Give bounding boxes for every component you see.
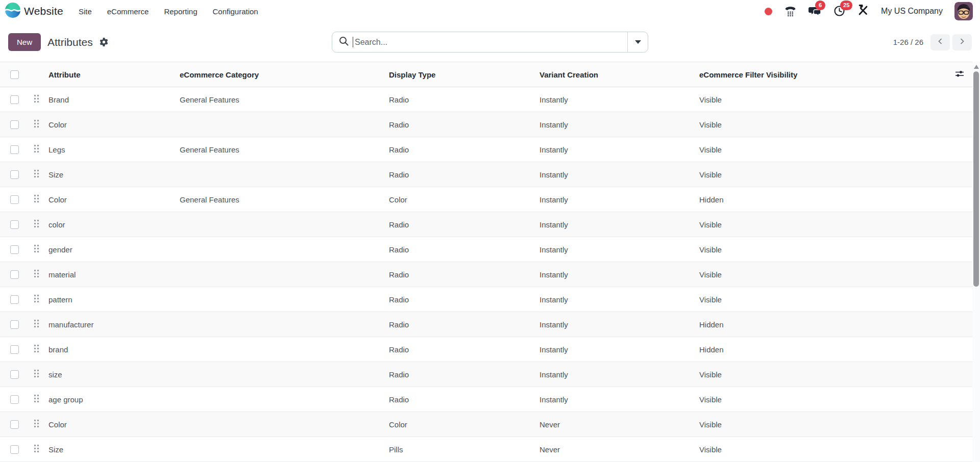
table-row[interactable]: pattern Radio Instantly Visible [0, 287, 980, 312]
row-checkbox[interactable] [10, 170, 19, 179]
cell-filter-visibility[interactable]: Visible [699, 262, 948, 287]
drag-handle-icon[interactable] [34, 419, 39, 428]
cell-ecommerce-category[interactable] [180, 112, 389, 137]
cell-variant-creation[interactable]: Instantly [540, 137, 699, 162]
cell-ecommerce-category[interactable] [180, 387, 389, 412]
row-select-cell[interactable] [0, 437, 29, 462]
row-checkbox[interactable] [10, 345, 19, 354]
drag-handle-icon[interactable] [34, 269, 39, 278]
table-row[interactable]: Color General Features Color Instantly H… [0, 187, 980, 212]
cell-display-type[interactable]: Radio [389, 337, 540, 362]
cell-display-type[interactable]: Radio [389, 87, 540, 112]
user-avatar[interactable] [954, 2, 973, 20]
table-row[interactable]: color Radio Instantly Visible [0, 212, 980, 237]
row-select-cell[interactable] [0, 312, 29, 337]
cell-variant-creation[interactable]: Instantly [540, 287, 699, 312]
cell-variant-creation[interactable]: Instantly [540, 237, 699, 262]
cell-ecommerce-category[interactable] [180, 362, 389, 387]
cell-filter-visibility[interactable]: Visible [699, 362, 948, 387]
cell-attribute[interactable]: brand [48, 337, 180, 362]
row-select-cell[interactable] [0, 262, 29, 287]
row-checkbox[interactable] [10, 120, 19, 129]
table-row[interactable]: size Radio Instantly Visible [0, 362, 980, 387]
cell-variant-creation[interactable]: Instantly [540, 212, 699, 237]
cell-variant-creation[interactable]: Instantly [540, 312, 699, 337]
cell-display-type[interactable]: Radio [389, 212, 540, 237]
cell-ecommerce-category[interactable] [180, 237, 389, 262]
cell-variant-creation[interactable]: Instantly [540, 162, 699, 187]
cell-filter-visibility[interactable]: Visible [699, 287, 948, 312]
cell-filter-visibility[interactable]: Visible [699, 237, 948, 262]
drag-handle-icon[interactable] [34, 344, 39, 353]
cell-filter-visibility[interactable]: Visible [699, 212, 948, 237]
cell-filter-visibility[interactable]: Visible [699, 437, 948, 462]
drag-handle-icon[interactable] [34, 294, 39, 303]
cell-display-type[interactable]: Radio [389, 237, 540, 262]
row-handle-cell[interactable] [29, 137, 48, 162]
row-checkbox[interactable] [10, 370, 19, 379]
search-input[interactable] [353, 38, 627, 47]
cell-variant-creation[interactable]: Never [540, 437, 699, 462]
table-row[interactable]: gender Radio Instantly Visible [0, 237, 980, 262]
cell-attribute[interactable]: Color [48, 412, 180, 437]
cell-display-type[interactable]: Color [389, 412, 540, 437]
cell-attribute[interactable]: Size [48, 162, 180, 187]
cell-attribute[interactable]: Brand [48, 87, 180, 112]
cell-attribute[interactable]: material [48, 262, 180, 287]
row-checkbox[interactable] [10, 95, 19, 104]
row-select-cell[interactable] [0, 412, 29, 437]
pager-next-button[interactable] [952, 34, 972, 50]
record-dot-icon[interactable] [765, 8, 772, 15]
row-handle-cell[interactable] [29, 187, 48, 212]
optional-columns-button[interactable] [955, 69, 964, 80]
cell-attribute[interactable]: manufacturer [48, 312, 180, 337]
cell-filter-visibility[interactable]: Visible [699, 137, 948, 162]
drag-handle-icon[interactable] [34, 394, 39, 403]
drag-handle-icon[interactable] [34, 244, 39, 253]
cell-display-type[interactable]: Radio [389, 137, 540, 162]
search-dropdown-toggle[interactable] [627, 32, 648, 52]
cell-ecommerce-category[interactable] [180, 262, 389, 287]
row-handle-cell[interactable] [29, 312, 48, 337]
cell-display-type[interactable]: Color [389, 187, 540, 212]
search-bar[interactable] [332, 32, 648, 53]
menu-configuration[interactable]: Configuration [212, 7, 258, 16]
cell-variant-creation[interactable]: Instantly [540, 387, 699, 412]
row-select-cell[interactable] [0, 362, 29, 387]
row-checkbox[interactable] [10, 195, 19, 204]
row-select-cell[interactable] [0, 337, 29, 362]
cell-ecommerce-category[interactable] [180, 212, 389, 237]
row-checkbox[interactable] [10, 295, 19, 304]
cell-variant-creation[interactable]: Instantly [540, 187, 699, 212]
table-row[interactable]: age group Radio Instantly Visible [0, 387, 980, 412]
cell-ecommerce-category[interactable] [180, 337, 389, 362]
company-switcher[interactable]: My US Company [881, 7, 943, 16]
column-header-display-type[interactable]: Display Type [389, 62, 540, 87]
drag-handle-icon[interactable] [34, 94, 39, 103]
row-checkbox[interactable] [10, 420, 19, 429]
cell-ecommerce-category[interactable] [180, 412, 389, 437]
drag-handle-icon[interactable] [34, 194, 39, 203]
cell-attribute[interactable]: Color [48, 112, 180, 137]
messages-button[interactable]: 6 [808, 5, 822, 18]
cell-display-type[interactable]: Radio [389, 162, 540, 187]
cell-filter-visibility[interactable]: Hidden [699, 337, 948, 362]
cell-variant-creation[interactable]: Instantly [540, 112, 699, 137]
table-row[interactable]: material Radio Instantly Visible [0, 262, 980, 287]
cell-attribute[interactable]: Size [48, 437, 180, 462]
menu-ecommerce[interactable]: eCommerce [107, 7, 149, 16]
row-handle-cell[interactable] [29, 212, 48, 237]
cell-ecommerce-category[interactable]: General Features [180, 137, 389, 162]
row-select-cell[interactable] [0, 137, 29, 162]
cell-variant-creation[interactable]: Instantly [540, 362, 699, 387]
drag-handle-icon[interactable] [34, 119, 39, 128]
cell-variant-creation[interactable]: Instantly [540, 262, 699, 287]
debug-tools-button[interactable] [857, 5, 869, 18]
table-row[interactable]: Brand General Features Radio Instantly V… [0, 87, 980, 112]
drag-handle-icon[interactable] [34, 219, 39, 228]
cell-display-type[interactable]: Radio [389, 362, 540, 387]
cell-display-type[interactable]: Radio [389, 387, 540, 412]
cell-attribute[interactable]: gender [48, 237, 180, 262]
row-select-cell[interactable] [0, 87, 29, 112]
drag-handle-icon[interactable] [34, 444, 39, 453]
